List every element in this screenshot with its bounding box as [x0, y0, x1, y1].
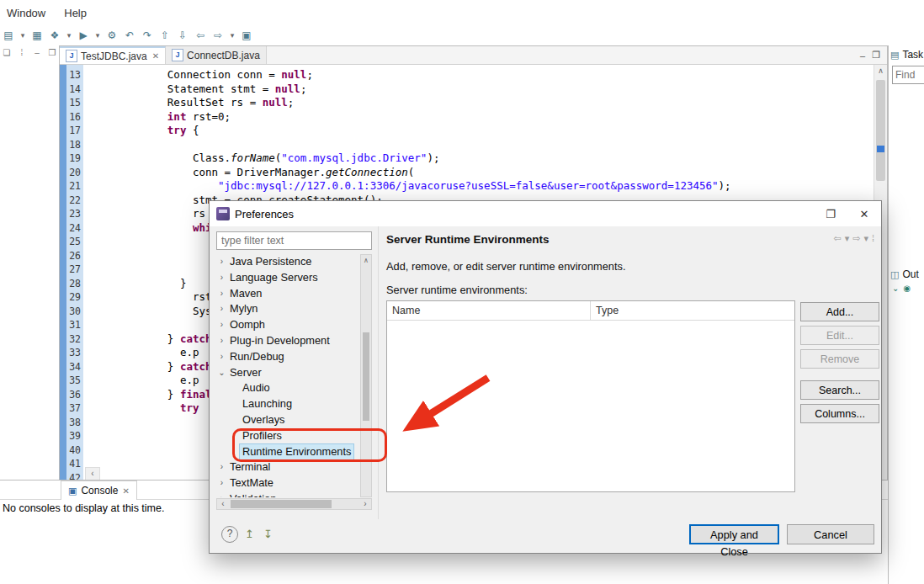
maximize-icon[interactable]: ❐: [872, 50, 880, 61]
menu-help[interactable]: Help: [64, 7, 87, 19]
code-segment: catch: [180, 332, 212, 345]
menu-window[interactable]: Window: [7, 7, 45, 19]
tree-item-mylyn[interactable]: ›Mylyn: [216, 301, 360, 317]
tree-item-maven[interactable]: ›Maven: [216, 286, 360, 302]
chevron-right-icon[interactable]: ›: [216, 491, 227, 497]
collapse-all-icon[interactable]: ⌄: [892, 284, 899, 293]
tree-item-java-persistence[interactable]: ›Java Persistence: [216, 254, 360, 270]
new-wizard-icon[interactable]: ▤: [2, 29, 15, 42]
minimize-view-icon[interactable]: ‒: [32, 48, 42, 57]
forward-icon[interactable]: ⇨: [852, 233, 860, 244]
tree-item-launching[interactable]: Launching: [216, 396, 360, 412]
editor-horizontal-scrollbar[interactable]: ‹: [85, 467, 100, 480]
new-dropdown-icon[interactable]: ▾: [19, 29, 26, 42]
filter-input[interactable]: [216, 231, 372, 250]
close-icon[interactable]: ✕: [122, 486, 129, 496]
column-header-type[interactable]: Type: [591, 301, 794, 320]
forward-dropdown-icon[interactable]: ▾: [229, 29, 236, 42]
maximize-icon[interactable]: ❐: [814, 201, 847, 226]
column-header-name[interactable]: Name: [387, 301, 591, 320]
code-segment: );: [427, 151, 439, 164]
redo-icon[interactable]: ↷: [141, 29, 154, 42]
view-menu-icon[interactable]: ⁞: [872, 233, 874, 244]
scrollbar-thumb[interactable]: [363, 332, 369, 421]
debug-icon[interactable]: ❖: [48, 29, 61, 42]
dialog-titlebar[interactable]: Preferences ❐ ✕: [210, 201, 881, 226]
run-icon[interactable]: ▶: [77, 29, 90, 42]
scroll-right-icon[interactable]: ›: [359, 499, 371, 509]
line-number: 24: [66, 221, 83, 236]
close-icon[interactable]: ✕: [152, 51, 159, 61]
chevron-right-icon[interactable]: ›: [216, 333, 227, 349]
scroll-up-icon[interactable]: ∧: [874, 65, 887, 77]
run-dropdown-icon[interactable]: ▾: [94, 29, 101, 42]
add--button[interactable]: Add...: [800, 302, 879, 321]
tree-horizontal-scrollbar[interactable]: ‹ ›: [216, 498, 372, 510]
tab-console[interactable]: ▣ Console ✕: [61, 480, 137, 500]
scrollbar-thumb[interactable]: [231, 500, 332, 508]
forward-dropdown-icon[interactable]: ▾: [863, 233, 868, 244]
export-preferences-icon[interactable]: ↥: [245, 528, 254, 540]
tab-label: ConnectDB.java: [187, 50, 260, 61]
table-side-buttons: Add...Edit...RemoveSearch...Columns...: [800, 302, 879, 427]
tab-testjdbc-java[interactable]: JTestJDBC.java✕: [60, 46, 166, 64]
scroll-left-icon[interactable]: ‹: [217, 499, 229, 509]
tree-item-run-debug[interactable]: ›Run/Debug: [216, 349, 360, 365]
dialog-sash[interactable]: [378, 226, 379, 519]
back-icon[interactable]: ⇦: [194, 29, 207, 42]
tab-outline[interactable]: ◫ Out: [889, 265, 924, 284]
tree-item-oomph[interactable]: ›Oomph: [216, 317, 360, 333]
tree-item-server[interactable]: ⌄Server: [216, 365, 360, 381]
minimize-icon[interactable]: ‒: [860, 50, 865, 61]
chevron-right-icon[interactable]: ›: [216, 475, 227, 491]
back-icon[interactable]: ⇦: [833, 233, 841, 244]
save-icon[interactable]: ▦: [30, 29, 44, 42]
cancel-button[interactable]: Cancel: [787, 524, 874, 544]
tree-vertical-scrollbar[interactable]: ∧: [360, 254, 372, 497]
chevron-right-icon[interactable]: ›: [216, 301, 227, 317]
line-number: 17: [66, 124, 83, 138]
tree-item-runtime-environments[interactable]: Runtime Environments: [216, 444, 360, 460]
scrollbar-thumb[interactable]: [876, 80, 885, 181]
chevron-right-icon[interactable]: ›: [216, 254, 227, 270]
find-input[interactable]: [892, 66, 924, 84]
eclipse-workbench: WindowHelp ▤▾▦❖▾▶▾⚙↶↷⇧⇩⇦⇨▾▣ ❏⁞‒❐ JTestJD…: [0, 0, 924, 584]
view-menu-icon[interactable]: ⁞: [17, 48, 27, 57]
chevron-right-icon[interactable]: ›: [216, 459, 227, 475]
apply-and-close-button[interactable]: Apply and Close: [689, 524, 779, 544]
close-icon[interactable]: ✕: [847, 201, 881, 226]
tree-item-overlays[interactable]: Overlays: [216, 412, 360, 428]
restore-view-icon[interactable]: ❏: [2, 48, 12, 57]
prev-annotation-icon[interactable]: ⇩: [176, 29, 189, 42]
chevron-right-icon[interactable]: ›: [216, 349, 227, 365]
open-console-icon[interactable]: ▣: [240, 29, 253, 42]
tree-item-plug-in-development[interactable]: ›Plug-in Development: [216, 333, 360, 349]
external-tools-icon[interactable]: ⚙: [105, 29, 119, 42]
scroll-up-icon[interactable]: ∧: [361, 255, 371, 266]
forward-icon[interactable]: ⇨: [211, 29, 225, 42]
tree-item-terminal[interactable]: ›Terminal: [216, 459, 360, 475]
columns--button[interactable]: Columns...: [800, 404, 879, 423]
chevron-right-icon[interactable]: ›: [216, 317, 227, 333]
help-icon[interactable]: ?: [221, 526, 238, 543]
sort-icon[interactable]: ◉: [903, 284, 911, 293]
tree-item-audio[interactable]: Audio: [216, 380, 360, 396]
runtime-environments-table[interactable]: NameType: [386, 300, 795, 492]
search--button[interactable]: Search...: [800, 380, 879, 400]
next-annotation-icon[interactable]: ⇧: [158, 29, 172, 42]
tab-connectdb-java[interactable]: JConnectDB.java: [166, 46, 267, 64]
chevron-down-icon[interactable]: ⌄: [216, 365, 227, 381]
tree-item-validation[interactable]: ›Validation: [216, 491, 360, 497]
undo-icon[interactable]: ↶: [123, 29, 136, 42]
chevron-right-icon[interactable]: ›: [216, 286, 227, 302]
tree-item-textmate[interactable]: ›TextMate: [216, 475, 360, 491]
maximize-view-icon[interactable]: ❐: [47, 48, 57, 57]
tree-item-profilers[interactable]: Profilers: [216, 428, 360, 444]
tree-item-language-servers[interactable]: ›Language Servers: [216, 270, 360, 286]
chevron-right-icon[interactable]: ›: [216, 270, 227, 286]
scroll-left-icon[interactable]: ‹: [91, 469, 93, 478]
debug-dropdown-icon[interactable]: ▾: [66, 29, 72, 42]
tab-tasks[interactable]: ▤ Task: [889, 45, 924, 64]
import-preferences-icon[interactable]: ↧: [263, 528, 273, 540]
back-dropdown-icon[interactable]: ▾: [845, 233, 850, 244]
